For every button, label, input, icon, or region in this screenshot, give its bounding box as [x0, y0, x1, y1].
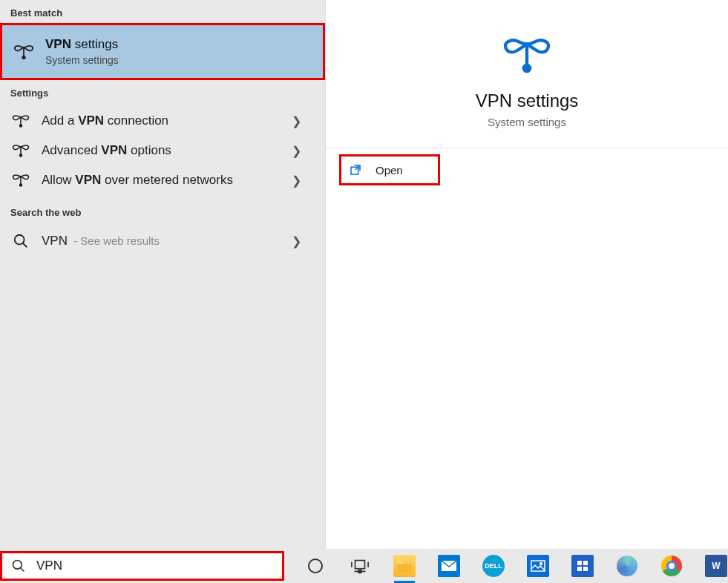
- settings-list: Add a VPN connection ❯ Advanced VPN opti…: [0, 103, 325, 200]
- mail-icon[interactable]: [437, 554, 461, 578]
- chrome-icon[interactable]: [660, 554, 683, 578]
- chevron-right-icon: ❯: [292, 144, 315, 158]
- best-match-subtitle: System settings: [45, 53, 119, 67]
- svg-point-3: [20, 184, 22, 186]
- svg-point-6: [524, 65, 530, 71]
- svg-point-10: [309, 559, 322, 573]
- svg-point-1: [20, 125, 22, 127]
- svg-rect-15: [358, 570, 361, 573]
- photos-icon[interactable]: [526, 554, 550, 578]
- detail-title: VPN settings: [333, 90, 721, 111]
- svg-rect-22: [583, 567, 588, 571]
- settings-label: Settings: [0, 80, 325, 103]
- settings-item-label: Allow VPN over metered networks: [42, 173, 281, 188]
- best-match-title-bold: VPN: [45, 37, 71, 51]
- web-result-label: VPN - See web results: [42, 234, 281, 248]
- svg-line-9: [21, 568, 24, 572]
- chevron-right-icon: ❯: [292, 174, 315, 188]
- svg-point-8: [13, 561, 22, 570]
- svg-point-4: [15, 235, 24, 245]
- search-web-label: Search the web: [0, 200, 325, 223]
- edge-icon[interactable]: [615, 554, 639, 578]
- web-result-vpn[interactable]: VPN - See web results ❯: [0, 225, 325, 257]
- detail-panel: VPN settings System settings Open: [325, 0, 728, 549]
- settings-item-allow-vpn-metered[interactable]: Allow VPN over metered networks ❯: [0, 165, 325, 195]
- open-icon: [349, 163, 362, 177]
- web-results-list: VPN - See web results ❯: [0, 223, 325, 261]
- svg-line-5: [23, 243, 27, 248]
- vpn-icon: [13, 43, 35, 61]
- svg-point-0: [22, 56, 24, 58]
- chevron-right-icon: ❯: [292, 114, 315, 128]
- task-view-icon[interactable]: [348, 554, 372, 578]
- svg-rect-11: [355, 561, 365, 569]
- taskbar-icons: DELL W: [284, 554, 728, 578]
- portal-icon[interactable]: [571, 554, 594, 578]
- vpn-icon: [10, 113, 31, 128]
- best-match-vpn-settings[interactable]: VPN settings System settings: [0, 23, 325, 80]
- word-icon[interactable]: W: [704, 554, 728, 578]
- chevron-right-icon: ❯: [292, 234, 315, 248]
- best-match-title-rest: settings: [71, 37, 118, 51]
- best-match-text: VPN settings System settings: [45, 36, 119, 67]
- svg-point-2: [20, 154, 22, 157]
- open-label: Open: [376, 164, 403, 177]
- settings-item-add-vpn-connection[interactable]: Add a VPN connection ❯: [0, 106, 325, 136]
- svg-rect-17: [531, 561, 545, 571]
- vpn-icon: [10, 143, 31, 158]
- settings-item-advanced-vpn-options[interactable]: Advanced VPN options ❯: [0, 136, 325, 165]
- best-match-label: Best match: [0, 0, 325, 23]
- svg-rect-19: [577, 561, 582, 565]
- vpn-icon: [10, 173, 31, 188]
- results-panel: Best match VPN settings System settings: [0, 0, 325, 549]
- open-button[interactable]: Open: [339, 154, 440, 185]
- search-icon: [11, 559, 26, 573]
- search-results-window: Best match VPN settings System settings: [0, 0, 728, 549]
- svg-rect-20: [583, 561, 588, 565]
- detail-subtitle: System settings: [333, 116, 721, 128]
- cortana-icon[interactable]: [304, 554, 327, 578]
- settings-item-label: Add a VPN connection: [42, 113, 281, 128]
- dell-icon[interactable]: DELL: [482, 554, 505, 578]
- file-explorer-icon[interactable]: [393, 554, 416, 578]
- svg-rect-21: [577, 567, 582, 571]
- vpn-icon: [500, 33, 554, 77]
- svg-point-18: [540, 563, 542, 565]
- taskbar-search[interactable]: [0, 551, 284, 581]
- search-icon: [10, 233, 31, 249]
- settings-item-label: Advanced VPN options: [42, 143, 281, 158]
- taskbar: DELL W: [0, 549, 728, 583]
- search-input[interactable]: [36, 559, 273, 573]
- detail-header: VPN settings System settings: [326, 0, 728, 148]
